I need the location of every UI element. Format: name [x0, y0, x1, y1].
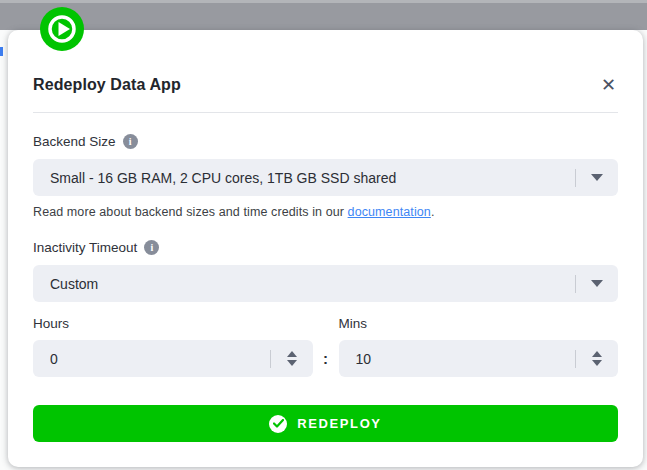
custom-timeout-row: Hours : Mins [33, 316, 618, 377]
play-icon [40, 7, 84, 51]
mins-field [339, 340, 619, 377]
mins-input[interactable] [356, 351, 576, 367]
hours-field [33, 340, 313, 377]
hours-stepper[interactable] [271, 340, 313, 377]
page-background: Redeploy Data App ✕ Backend Size i Small… [0, 0, 647, 470]
inactivity-timeout-label: Inactivity Timeout [33, 240, 137, 255]
chevron-down-icon[interactable] [576, 280, 618, 287]
inactivity-timeout-select[interactable]: Custom [33, 265, 618, 302]
dialog-title: Redeploy Data App [33, 76, 181, 94]
hours-column: Hours [33, 316, 313, 377]
info-icon[interactable]: i [144, 240, 159, 255]
redeploy-button-label: REDEPLOY [297, 416, 381, 431]
dialog-header: Redeploy Data App ✕ [33, 30, 618, 96]
close-icon[interactable]: ✕ [599, 74, 618, 96]
background-artifact [0, 47, 3, 56]
mins-column: Mins [339, 316, 619, 377]
hours-label: Hours [33, 316, 313, 331]
backend-size-helper: Read more about backend sizes and time c… [33, 205, 618, 219]
redeploy-dialog: Redeploy Data App ✕ Backend Size i Small… [8, 30, 643, 467]
hours-input[interactable] [50, 351, 270, 367]
backend-size-label: Backend Size [33, 134, 116, 149]
info-icon[interactable]: i [123, 134, 138, 149]
mins-label: Mins [339, 316, 619, 331]
check-icon [269, 415, 287, 433]
dimmed-page-header [0, 0, 647, 30]
backend-size-label-row: Backend Size i [33, 134, 618, 149]
helper-text: Read more about backend sizes and time c… [33, 205, 348, 219]
time-separator: : [313, 340, 339, 377]
inactivity-timeout-value: Custom [33, 276, 575, 292]
backend-size-select[interactable]: Small - 16 GB RAM, 2 CPU cores, 1TB GB S… [33, 159, 618, 196]
helper-period: . [431, 205, 435, 219]
inactivity-timeout-label-row: Inactivity Timeout i [33, 240, 618, 255]
header-divider [33, 112, 618, 113]
chevron-down-icon[interactable] [576, 174, 618, 181]
redeploy-button[interactable]: REDEPLOY [33, 405, 618, 442]
mins-stepper[interactable] [576, 340, 618, 377]
documentation-link[interactable]: documentation [348, 205, 431, 219]
backend-size-value: Small - 16 GB RAM, 2 CPU cores, 1TB GB S… [33, 170, 575, 186]
